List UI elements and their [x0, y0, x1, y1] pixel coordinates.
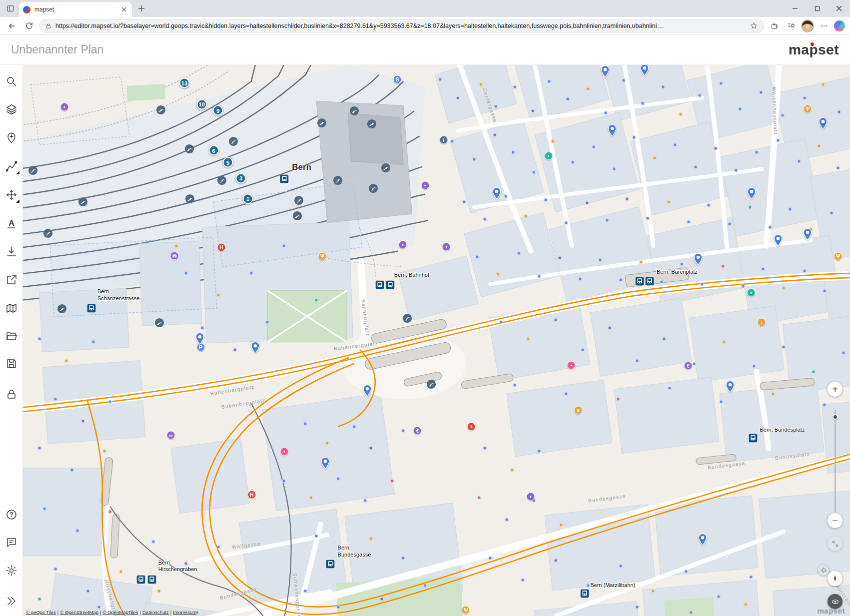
- poi-square[interactable]: [494, 105, 498, 108]
- close-icon[interactable]: [828, 0, 850, 17]
- poi-circle[interactable]: +: [467, 422, 476, 431]
- platform-number-badge[interactable]: 9: [213, 105, 223, 116]
- poi-square[interactable]: [633, 135, 636, 139]
- poi-square[interactable]: [86, 589, 90, 593]
- poi-square[interactable]: [622, 78, 625, 82]
- poi-square[interactable]: [97, 606, 101, 609]
- extensions-icon[interactable]: [767, 19, 781, 33]
- poi-square[interactable]: [513, 85, 517, 88]
- poi-square[interactable]: [364, 499, 367, 502]
- poi-square[interactable]: [513, 384, 517, 387]
- profile-avatar[interactable]: [801, 19, 814, 32]
- zoom-out-button[interactable]: −: [828, 513, 843, 528]
- attribution-link[interactable]: Impressum: [173, 610, 196, 615]
- poi-square[interactable]: [598, 258, 602, 262]
- poi-square[interactable]: [728, 222, 731, 225]
- map-pin[interactable]: [693, 253, 703, 268]
- poi-square[interactable]: [673, 143, 677, 147]
- poi-square[interactable]: [613, 167, 616, 171]
- poi-square[interactable]: [108, 510, 111, 513]
- poi-square[interactable]: [423, 584, 427, 587]
- poi-circle[interactable]: Ψ: [462, 606, 470, 614]
- escalator-icon[interactable]: [381, 163, 391, 173]
- escalator-icon[interactable]: [293, 211, 302, 220]
- poi-square[interactable]: [717, 595, 720, 598]
- poi-square[interactable]: [282, 480, 285, 483]
- map-pin[interactable]: [320, 457, 330, 472]
- poi-square[interactable]: [762, 267, 765, 270]
- zoom-slider-handle[interactable]: [833, 414, 838, 420]
- poi-square[interactable]: [524, 214, 527, 218]
- poi-square[interactable]: [641, 101, 644, 105]
- poi-square[interactable]: [769, 225, 772, 229]
- poi-square[interactable]: [604, 111, 607, 115]
- poi-square[interactable]: [739, 107, 742, 110]
- poi-square[interactable]: [652, 589, 655, 593]
- escalator-icon[interactable]: [28, 165, 37, 175]
- poi-square[interactable]: [493, 133, 496, 137]
- poi-square[interactable]: [803, 269, 806, 273]
- poi-square[interactable]: [336, 606, 340, 609]
- text-tool-icon[interactable]: A: [5, 217, 17, 229]
- map-pin[interactable]: [362, 384, 372, 399]
- poi-square[interactable]: [456, 96, 459, 99]
- poi-square[interactable]: [586, 87, 590, 91]
- poi-square[interactable]: [698, 94, 701, 97]
- transit-stop-icon[interactable]: [376, 280, 384, 289]
- poi-square[interactable]: [37, 598, 41, 601]
- poi-square[interactable]: [157, 589, 160, 593]
- poi-square[interactable]: [325, 441, 329, 445]
- poi-square[interactable]: [680, 263, 683, 266]
- poi-square[interactable]: [402, 429, 405, 433]
- escalator-icon[interactable]: [294, 195, 304, 205]
- poi-square[interactable]: [217, 545, 220, 549]
- poi-square[interactable]: [282, 244, 285, 247]
- poi-square[interactable]: [692, 362, 696, 365]
- move-arrange-tool-icon[interactable]: [5, 189, 17, 201]
- bookmark-star-icon[interactable]: [750, 22, 758, 29]
- poi-square[interactable]: [551, 140, 555, 143]
- map-pin[interactable]: [600, 65, 610, 80]
- poi-square[interactable]: [554, 559, 557, 563]
- plan-title[interactable]: Unbenannter Plan: [11, 43, 103, 56]
- poi-square[interactable]: [823, 403, 826, 406]
- poi-square[interactable]: [304, 422, 307, 426]
- poi-square[interactable]: [304, 589, 307, 593]
- poi-square[interactable]: [771, 392, 775, 395]
- map-pin[interactable]: [698, 533, 708, 548]
- poi-square[interactable]: [391, 480, 394, 483]
- poi-square[interactable]: [353, 425, 356, 428]
- poi-square[interactable]: [489, 556, 492, 560]
- poi-square[interactable]: [532, 170, 536, 174]
- poi-square[interactable]: [635, 359, 639, 363]
- open-folder-tool-icon[interactable]: [5, 330, 17, 342]
- poi-square[interactable]: [538, 449, 541, 453]
- poi-square[interactable]: [660, 280, 663, 284]
- attribution-link[interactable]: © OpenMapTiles: [102, 610, 138, 615]
- poi-square[interactable]: [499, 321, 503, 324]
- poi-square[interactable]: [37, 447, 41, 450]
- poi-square[interactable]: [755, 151, 758, 154]
- poi-square[interactable]: [714, 146, 718, 150]
- poi-square[interactable]: [527, 337, 530, 341]
- poi-square[interactable]: [510, 469, 514, 472]
- transit-stop-icon[interactable]: [749, 434, 758, 442]
- escalator-icon[interactable]: [426, 380, 436, 389]
- poi-square[interactable]: [619, 565, 623, 568]
- platform-number-badge[interactable]: 10: [196, 99, 207, 109]
- poi-square[interactable]: [803, 96, 806, 99]
- poi-square[interactable]: [667, 200, 670, 204]
- map-pin[interactable]: [607, 124, 617, 139]
- poi-square[interactable]: [151, 540, 155, 543]
- attribution-link[interactable]: © OpenStreetMap: [60, 610, 98, 615]
- poi-square[interactable]: [777, 139, 780, 142]
- poi-square[interactable]: [823, 289, 826, 292]
- escalator-icon[interactable]: [156, 105, 166, 114]
- poi-square[interactable]: [70, 469, 73, 472]
- poi-square[interactable]: [744, 603, 748, 606]
- poi-square[interactable]: [544, 198, 548, 201]
- map-pin[interactable]: [803, 228, 813, 243]
- download-tool-icon[interactable]: [5, 246, 17, 258]
- poi-square[interactable]: [402, 556, 405, 560]
- poi-square[interactable]: [504, 195, 507, 198]
